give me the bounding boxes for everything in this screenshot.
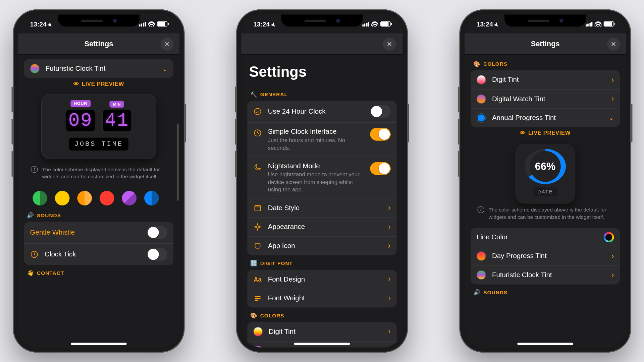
chevron-right-icon: › <box>388 275 391 284</box>
eye-icon: 👁 <box>520 129 526 136</box>
cellular-icon <box>139 21 146 26</box>
digital-watch-tint-swatch-icon <box>253 346 263 348</box>
color-swatch[interactable] <box>122 191 137 205</box>
sound-gentle-whistle-row[interactable]: Gentle Whistle <box>24 222 173 243</box>
toggle-nightstand[interactable] <box>370 162 390 175</box>
row-futuristic-clock-tint[interactable]: Futuristic Clock Tint › <box>471 265 620 284</box>
chevron-right-icon: › <box>388 346 391 347</box>
phone-mockup-2: 13:24➤ ✕ Settings 🔨 GENERAL 24 Use <box>236 9 408 353</box>
info-icon: i <box>31 166 38 173</box>
clock-preview-card: HOUR 09 MIN 41 JOBS TIME <box>41 94 156 159</box>
font-design-icon: Aa <box>253 275 262 284</box>
row-use-24-hour-label: Use 24 Hour Clock <box>268 108 364 115</box>
home-indicator[interactable] <box>294 343 350 345</box>
sound-clock-tick-row[interactable]: Clock Tick <box>24 243 173 265</box>
progress-percent: 66% <box>530 151 561 182</box>
page-title: Settings <box>531 40 560 48</box>
live-preview-label: 👁 LIVE PREVIEW <box>24 78 173 90</box>
row-simple-clock[interactable]: Simple Clock Interface Just the hours an… <box>247 122 396 157</box>
row-day-progress-label: Day Progress Tint <box>492 252 605 260</box>
live-preview-label: 👁 LIVE PREVIEW <box>471 127 620 139</box>
digit-tint-swatch-icon <box>253 327 263 336</box>
row-annual-progress-tint[interactable]: Annual Progress Tint ⌄ <box>471 108 620 127</box>
section-header-sounds: 🔊 SOUNDS <box>471 284 620 299</box>
row-appearance[interactable]: Appearance › <box>247 217 396 236</box>
swatch-row <box>24 185 173 207</box>
section-header-digit-font: 🔢 DIGIT FONT <box>247 255 396 270</box>
row-digital-watch-tint[interactable]: Digital Watch Tint › <box>471 89 620 108</box>
page-title-large: Settings <box>247 59 396 86</box>
row-nightstand-label: Nightstand Mode <box>268 162 364 170</box>
toggle-simple-clock[interactable] <box>370 128 390 140</box>
nav-header: Settings ✕ <box>18 34 179 55</box>
clock-icon <box>30 250 39 259</box>
row-date-style-label: Date Style <box>268 204 382 212</box>
palette-icon: 🎨 <box>251 313 257 319</box>
speaker-icon: 🔊 <box>474 289 480 295</box>
row-digit-tint[interactable]: Digit Tint › <box>471 70 620 89</box>
nav-header: ✕ <box>241 34 402 55</box>
24h-icon: 24 <box>253 107 262 116</box>
minute-display: 41 <box>102 109 132 132</box>
chevron-right-icon: › <box>611 252 614 261</box>
sound-clock-tick-label: Clock Tick <box>45 250 141 258</box>
color-swatch[interactable] <box>33 191 47 205</box>
calendar-icon <box>253 204 262 213</box>
row-font-design[interactable]: Aa Font Design › <box>247 270 396 289</box>
row-date-style[interactable]: Date Style › <box>247 198 396 217</box>
futuristic-swatch-icon <box>477 270 486 280</box>
toggle-gentle-whistle[interactable] <box>147 226 167 239</box>
moon-icon <box>253 163 262 172</box>
color-picker-icon[interactable] <box>604 232 614 242</box>
row-line-color[interactable]: Line Color <box>471 228 620 246</box>
tint-selector-label: Futuristic Clock Tint <box>46 65 156 72</box>
row-nightstand[interactable]: Nightstand Mode Use nightstand mode to p… <box>247 157 396 198</box>
row-app-icon[interactable]: App Icon › <box>247 236 396 255</box>
tint-swatch-icon <box>30 64 40 73</box>
color-swatch[interactable] <box>144 191 159 205</box>
row-digital-watch-tint-label: Digital Watch Tint <box>492 95 605 103</box>
close-button[interactable]: ✕ <box>161 38 173 50</box>
scrollbar[interactable] <box>177 123 179 200</box>
hour-display: 09 <box>66 109 95 132</box>
chevron-right-icon: › <box>388 204 391 213</box>
close-button[interactable]: ✕ <box>383 38 396 50</box>
row-futuristic-label: Futuristic Clock Tint <box>492 271 605 279</box>
color-swatch[interactable] <box>100 191 114 205</box>
close-button[interactable]: ✕ <box>607 38 620 50</box>
cellular-icon <box>362 21 369 26</box>
color-swatch[interactable] <box>77 191 92 205</box>
wifi-icon <box>371 21 378 26</box>
annual-progress-swatch-icon <box>477 113 486 122</box>
svg-rect-5 <box>255 243 260 248</box>
sound-gentle-whistle-label: Gentle Whistle <box>30 229 141 236</box>
min-badge: MIN <box>110 101 124 108</box>
chevron-right-icon: › <box>611 94 614 103</box>
color-swatch[interactable] <box>55 191 70 205</box>
eye-icon: 👁 <box>73 80 79 87</box>
row-day-progress-tint[interactable]: Day Progress Tint › <box>471 246 620 265</box>
home-indicator[interactable] <box>517 343 573 345</box>
toggle-clock-tick[interactable] <box>147 248 167 260</box>
section-header-colors: 🎨 COLORS <box>247 307 396 322</box>
info-icon: i <box>477 206 484 213</box>
row-font-weight[interactable]: Font Weight › <box>247 289 396 307</box>
row-digit-tint[interactable]: Digit Tint › <box>247 322 396 341</box>
row-use-24-hour[interactable]: 24 Use 24 Hour Clock <box>247 101 396 122</box>
svg-rect-6 <box>255 296 260 297</box>
font-weight-icon <box>253 294 262 303</box>
digit-tint-swatch-icon <box>477 75 486 84</box>
tint-selector-row[interactable]: Futuristic Clock Tint ⌄ <box>24 59 173 78</box>
home-indicator[interactable] <box>71 343 126 345</box>
speaker-icon: 🔊 <box>28 212 34 218</box>
location-icon: ➤ <box>269 20 277 28</box>
chevron-down-icon: ⌄ <box>162 64 168 72</box>
location-icon: ➤ <box>46 20 54 28</box>
wifi-icon <box>595 21 601 26</box>
location-icon: ➤ <box>493 20 501 28</box>
toggle-24-hour[interactable] <box>370 105 390 118</box>
cellular-icon <box>585 21 592 26</box>
progress-preview-card: 66% DATE <box>515 144 575 204</box>
section-header-general: 🔨 GENERAL <box>247 86 396 101</box>
row-font-design-label: Font Design <box>268 275 382 283</box>
